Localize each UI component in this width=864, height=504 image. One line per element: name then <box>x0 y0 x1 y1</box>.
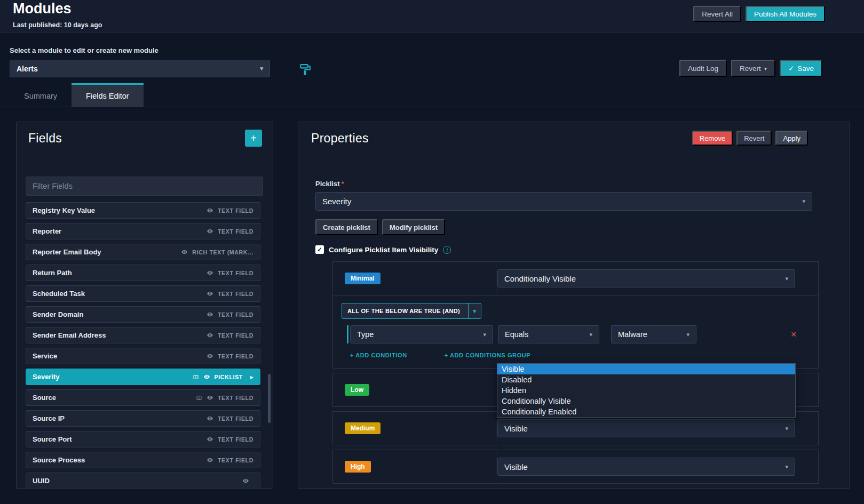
eye-icon <box>207 290 213 297</box>
condition-group-value: ALL OF THE BELOW ARE TRUE (AND) <box>342 308 465 314</box>
field-row[interactable]: Source Process TEXT FIELD <box>26 452 260 468</box>
picklist-item-cell: Minimal <box>333 262 496 295</box>
remove-condition-icon[interactable]: ✕ <box>790 330 797 339</box>
publish-all-modules-button[interactable]: Publish All Modules <box>746 6 825 22</box>
audit-log-button[interactable]: Audit Log <box>679 60 727 77</box>
module-select[interactable]: Alerts ▾ <box>10 60 270 77</box>
condition-value-value: Malware <box>618 330 647 339</box>
scrollbar-thumb[interactable] <box>268 374 271 423</box>
dropdown-option[interactable]: Disabled <box>497 374 795 385</box>
field-type: RICH TEXT (MARK... <box>192 249 253 255</box>
tab-bar: Summary Fields Editor <box>10 83 144 107</box>
eye-icon <box>207 353 213 359</box>
picklist-item-cell: High <box>333 450 496 483</box>
visibility-select-high[interactable]: Visible ▾ <box>497 458 795 476</box>
field-type: TEXT FIELD <box>218 270 253 276</box>
field-type: TEXT FIELD <box>218 415 253 422</box>
save-label: Save <box>797 65 814 73</box>
eye-icon <box>207 269 213 276</box>
fields-panel: Fields + Registry Key Value TEXT FIELD R… <box>16 122 273 489</box>
eye-icon <box>207 332 213 339</box>
picklist-buttons: Create picklist Modify picklist <box>315 219 445 235</box>
dropdown-option[interactable]: Visible <box>497 364 795 374</box>
fields-list: Registry Key Value TEXT FIELD Reporter T… <box>26 202 260 489</box>
field-row[interactable]: Source TEXT FIELD <box>26 389 260 406</box>
field-name: Return Path <box>33 269 72 277</box>
field-type: TEXT FIELD <box>218 457 253 463</box>
field-row[interactable]: Return Path TEXT FIELD <box>26 265 260 281</box>
condition-row: Type ▾ Equals ▾ Malware ▾ ✕ <box>347 325 818 343</box>
eye-icon <box>207 228 213 235</box>
field-row[interactable]: UUID <box>26 473 260 489</box>
field-name: Scheduled Task <box>33 290 85 298</box>
properties-panel: Properties Remove Revert Apply Picklist*… <box>298 122 850 489</box>
save-button[interactable]: ✓ Save <box>780 60 822 77</box>
picklist-item-badge: High <box>345 461 371 473</box>
eye-icon <box>207 457 213 463</box>
add-conditions-group-link[interactable]: + ADD CONDITIONS GROUP <box>445 352 531 358</box>
field-row[interactable]: Sender Email Address TEXT FIELD <box>26 327 260 343</box>
dropdown-option[interactable]: Hidden <box>497 385 795 396</box>
field-name: Reporter Email Body <box>33 248 101 256</box>
picklist-item-cell: Low <box>333 373 496 406</box>
field-name: Source Process <box>33 456 85 464</box>
field-row[interactable]: Source Port TEXT FIELD <box>26 431 260 447</box>
required-asterisk: * <box>342 180 344 188</box>
revert-all-button[interactable]: Revert All <box>693 6 741 22</box>
configure-visibility-checkbox[interactable]: ✓ <box>315 245 324 254</box>
info-icon[interactable]: i <box>443 246 451 254</box>
chevron-down-icon: ▾ <box>764 66 767 71</box>
field-name: UUID <box>33 477 50 485</box>
picklist-item-box-high: High Visible ▾ <box>332 450 819 484</box>
picklist-label: Picklist* <box>315 180 344 188</box>
module-select-label: Select a module to edit or create new mo… <box>10 46 158 54</box>
condition-links: + ADD CONDITION + ADD CONDITIONS GROUP <box>350 352 818 358</box>
condition-field-select[interactable]: Type ▾ <box>350 325 493 343</box>
visibility-select-cell: Visible ▾ <box>496 458 818 476</box>
modify-picklist-button[interactable]: Modify picklist <box>382 219 445 235</box>
remove-button[interactable]: Remove <box>692 131 733 146</box>
chevron-down-icon: ▾ <box>798 198 805 205</box>
field-type: TEXT FIELD <box>218 353 253 359</box>
add-condition-link[interactable]: + ADD CONDITION <box>350 352 407 358</box>
dropdown-option[interactable]: Conditionally Visible <box>497 396 795 406</box>
tab-fields-editor[interactable]: Fields Editor <box>72 83 144 107</box>
field-row[interactable]: Severity PICKLIST ▸ <box>26 369 260 385</box>
filter-fields-input[interactable] <box>26 177 263 196</box>
add-field-button[interactable]: + <box>245 130 262 147</box>
field-type: TEXT FIELD <box>218 228 253 235</box>
field-row[interactable]: Reporter TEXT FIELD <box>26 223 260 239</box>
field-row[interactable]: Sender Domain TEXT FIELD <box>26 306 260 323</box>
field-type: PICKLIST <box>215 374 243 380</box>
field-row[interactable]: Reporter Email Body RICH TEXT (MARK... <box>26 244 260 260</box>
dropdown-option[interactable]: Conditionally Enabled <box>497 406 795 417</box>
condition-operator-select[interactable]: Equals ▾ <box>498 325 599 343</box>
create-picklist-button[interactable]: Create picklist <box>315 219 378 235</box>
visibility-select-medium[interactable]: Visible ▾ <box>497 419 795 437</box>
field-name: Service <box>33 352 57 360</box>
revert-dropdown-button[interactable]: Revert ▾ <box>731 60 775 77</box>
eye-icon <box>203 373 210 380</box>
field-row[interactable]: Scheduled Task TEXT FIELD <box>26 285 260 302</box>
apply-button[interactable]: Apply <box>775 131 808 146</box>
picklist-item-badge: Low <box>345 384 369 396</box>
field-row[interactable]: Service TEXT FIELD <box>26 348 260 364</box>
top-header: Modules Last published: 10 days ago Reve… <box>0 0 864 33</box>
field-name: Sender Domain <box>33 310 83 318</box>
condition-operator-value: Equals <box>505 330 528 339</box>
revert-button[interactable]: Revert <box>736 131 772 146</box>
paint-roller-icon[interactable] <box>299 63 312 78</box>
tab-summary[interactable]: Summary <box>10 83 72 107</box>
condition-value-select[interactable]: Malware ▾ <box>611 325 696 343</box>
columns-icon <box>196 395 202 401</box>
columns-icon <box>193 374 199 380</box>
field-row[interactable]: Source IP TEXT FIELD <box>26 410 260 427</box>
properties-panel-title: Properties <box>311 131 369 146</box>
visibility-select-minimal[interactable]: Conditionally Visible ▾ <box>497 269 795 287</box>
properties-actions: Remove Revert Apply <box>692 131 808 146</box>
condition-group-select[interactable]: ALL OF THE BELOW ARE TRUE (AND) ▾ <box>342 303 481 319</box>
eye-icon <box>207 207 213 214</box>
field-row[interactable]: Registry Key Value TEXT FIELD <box>26 202 260 219</box>
picklist-select[interactable]: Severity ▾ <box>315 192 812 211</box>
chevron-down-icon: ▾ <box>585 331 592 338</box>
